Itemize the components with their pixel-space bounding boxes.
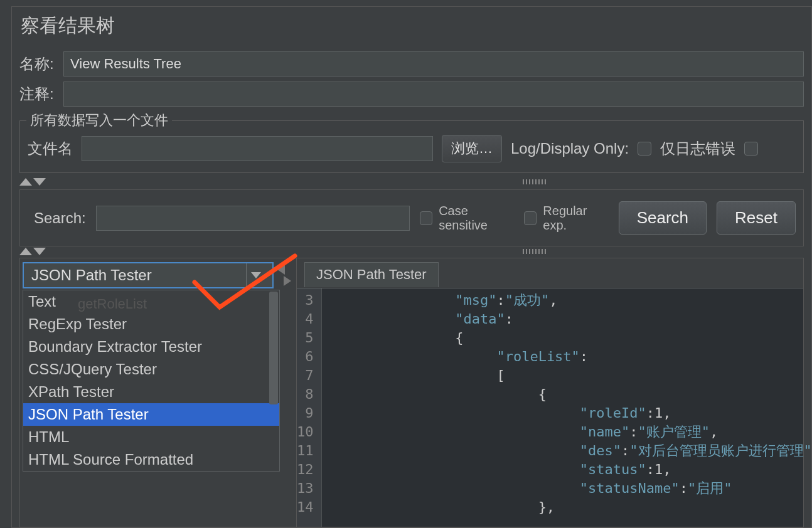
only-errors-checkbox[interactable]	[638, 142, 651, 156]
expand-down-icon-2[interactable]	[33, 248, 46, 255]
file-output-group: 所有数据写入一个文件 文件名 浏览… Log/Display Only: 仅日志…	[19, 120, 804, 173]
regex-label: Regular exp.	[543, 204, 608, 233]
expand-up-icon-2[interactable]	[19, 248, 32, 255]
renderer-option[interactable]: XPath Tester	[23, 381, 279, 403]
splitter-grip-icon[interactable]	[523, 179, 548, 184]
reset-button[interactable]: Reset	[717, 201, 796, 235]
only-errors-label: 仅日志错误	[660, 139, 735, 159]
renderer-option[interactable]: HTML Source Formatted	[23, 448, 279, 471]
search-label: Search:	[34, 209, 86, 227]
renderer-option[interactable]: HTML	[23, 426, 279, 448]
file-output-legend: 所有数据写入一个文件	[26, 111, 172, 130]
renderer-combo[interactable]: JSON Path Tester	[23, 262, 274, 288]
case-sensitive-checkbox[interactable]	[420, 211, 432, 225]
comment-input[interactable]	[63, 82, 804, 107]
expand-up-icon[interactable]	[19, 178, 32, 186]
logdisplay-label: Log/Display Only:	[511, 140, 629, 157]
name-input[interactable]	[63, 51, 804, 77]
code-viewer[interactable]: 34567891011121314 "msg":"成功", "data": { …	[297, 288, 803, 527]
second-checkbox[interactable]	[744, 142, 758, 156]
search-button[interactable]: Search	[619, 201, 707, 235]
renderer-option[interactable]: JSON Path Tester	[23, 403, 279, 426]
scrollbar-thumb[interactable]	[269, 292, 278, 404]
name-label: 名称:	[19, 54, 63, 74]
expand-down-icon[interactable]	[33, 178, 46, 186]
search-input[interactable]	[96, 206, 410, 231]
behind-list-text: getRoleList	[78, 296, 147, 312]
filename-input[interactable]	[82, 136, 433, 161]
browse-button[interactable]: 浏览…	[442, 135, 502, 162]
panel-title: 察看结果树	[12, 7, 811, 49]
chevron-down-icon[interactable]	[246, 263, 265, 287]
splitter-grip-icon-2[interactable]	[523, 249, 548, 254]
renderer-option[interactable]: CSS/JQuery Tester	[23, 358, 279, 381]
renderer-dropdown[interactable]: TextRegExp TesterBoundary Extractor Test…	[23, 290, 280, 472]
splitter-handle[interactable]	[277, 262, 294, 288]
renderer-combo-text: JSON Path Tester	[31, 267, 152, 284]
renderer-option[interactable]: Text	[23, 290, 279, 313]
case-sensitive-label: Case sensitive	[439, 204, 514, 233]
renderer-option[interactable]: Boundary Extractor Tester	[23, 335, 279, 358]
regex-checkbox[interactable]	[524, 211, 537, 225]
renderer-option[interactable]: RegExp Tester	[23, 313, 279, 335]
tab-json-path-tester[interactable]: JSON Path Tester	[304, 262, 439, 287]
comment-label: 注释:	[19, 84, 63, 104]
filename-label: 文件名	[28, 139, 73, 159]
